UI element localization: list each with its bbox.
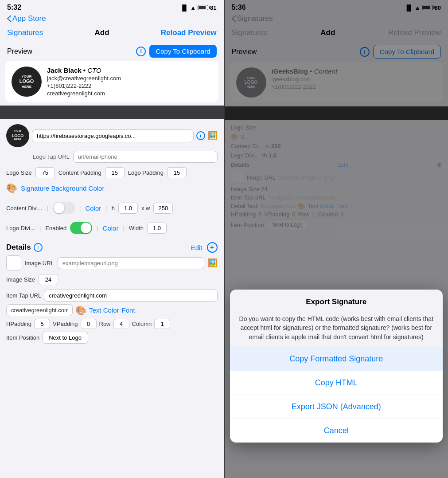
copy-formatted-btn[interactable]: Copy Formatted Signature	[230, 347, 443, 371]
cancel-btn[interactable]: Cancel	[230, 419, 443, 443]
preview-label-left: Preview	[7, 47, 32, 55]
back-link-right[interactable]: Signatures	[232, 14, 441, 23]
logo-div-width-label: Width	[129, 225, 144, 231]
size-row: Logo Size Content Padding Logo Padding	[6, 167, 218, 178]
details-info-icon[interactable]: i	[34, 243, 43, 252]
info-icon-left[interactable]: i	[136, 47, 146, 56]
edit-link[interactable]: Edit	[191, 244, 203, 251]
status-icons-right: ▐▌ ▲ 80	[405, 4, 441, 11]
signal-icon: ▐▌	[180, 4, 188, 11]
image-upload-icon[interactable]: 🖼️	[208, 131, 218, 141]
battery-fill	[199, 6, 206, 9]
content-div-toggle[interactable]	[53, 202, 75, 214]
row-input[interactable]	[113, 319, 129, 329]
content-padding-input[interactable]	[105, 167, 125, 178]
row-label: Row	[99, 321, 111, 327]
nav-signatures-right[interactable]: Signatures	[232, 28, 268, 37]
image-url-row: Image URL 🖼️	[6, 255, 218, 270]
signature-card-right: YOUR LOGO HERE iGeeksBlog • Content igee…	[230, 62, 443, 103]
dark-spacer-right	[225, 106, 448, 120]
time-left: 5:32	[7, 4, 21, 12]
column-input[interactable]	[154, 319, 170, 329]
detail-text-input[interactable]	[6, 304, 73, 316]
logo-div-width-input[interactable]	[147, 223, 167, 234]
export-json-btn[interactable]: Export JSON (Advanced)	[230, 395, 443, 419]
column-label: Column	[132, 321, 152, 327]
padding-row: HPadding VPadding Row Column	[6, 319, 218, 329]
sig-email: jack@creativegreenlight.com	[47, 75, 212, 82]
modal-header: Export Signature	[230, 290, 443, 314]
bg-color-link[interactable]: Signature Background Color	[21, 184, 104, 192]
logo-size-label: Logo Size	[6, 169, 32, 176]
image-url-upload-icon[interactable]: 🖼️	[208, 258, 218, 268]
logo-url-input[interactable]	[32, 129, 194, 142]
sig-phone: +1(801)222-2222	[47, 82, 212, 89]
content-h-input[interactable]	[118, 203, 138, 214]
logo-size-label-right: Logo Size	[231, 124, 257, 131]
status-bar-right: 5:36 ▐▌ ▲ 80	[225, 0, 448, 13]
dark-spacer-left	[0, 106, 224, 119]
battery-pct: 81	[210, 4, 216, 11]
position-btn[interactable]: Next to Logo	[42, 332, 88, 344]
vpadding-label: VPadding	[53, 321, 78, 327]
logo-size-input[interactable]	[35, 167, 55, 178]
detail-text-row: 🎨 Text Color Font	[6, 304, 218, 316]
content-divider-row: Content Divi... | | Color | h x w	[6, 198, 218, 218]
left-phone-panel: 5:32 ▐▌ ▲ 81 App Store Signatures Add Re…	[0, 0, 224, 478]
font-link[interactable]: Font	[122, 306, 135, 314]
copy-clipboard-btn-left[interactable]: Copy To Clipboard	[149, 45, 216, 58]
back-link-left[interactable]: App Store	[7, 14, 217, 23]
item-tap-url-row: Item Tap URL	[6, 290, 218, 302]
nav-reload-left[interactable]: Reload Preview	[161, 28, 217, 37]
preview-actions-right: i Copy To Clipboard	[360, 45, 441, 59]
image-url-input[interactable]	[58, 257, 204, 269]
battery-icon-left	[198, 5, 208, 10]
logo-padding-input[interactable]	[167, 167, 187, 178]
tap-url-row: Logo Tap URL	[33, 151, 218, 163]
info-icon-url[interactable]: i	[196, 131, 205, 140]
text-color-link[interactable]: Text Color	[89, 306, 119, 314]
sig-name-left: Jack Black • CTO	[47, 67, 212, 74]
status-icons-left: ▐▌ ▲ 81	[180, 4, 217, 11]
sig-phone-right: +1(801)222-2222	[272, 83, 437, 90]
content-w-input[interactable]	[153, 203, 173, 214]
nav-bar-right: Signatures Add Reload Preview	[225, 26, 448, 41]
signature-card-left: YOUR LOGO HERE Jack Black • CTO jack@cre…	[5, 61, 218, 102]
tap-url-input[interactable]	[73, 151, 218, 163]
content-h-label: h	[112, 205, 115, 212]
info-icon-right[interactable]: i	[360, 47, 370, 57]
content-w-label: x w	[141, 205, 150, 212]
time-right: 5:36	[232, 4, 246, 12]
hpadding-input[interactable]	[34, 319, 50, 329]
nav-signatures-left[interactable]: Signatures	[7, 28, 43, 37]
back-bar-left: App Store	[0, 13, 224, 26]
position-row: Item Position Next to Logo	[6, 332, 218, 344]
modal-body: Do you want to copy the HTML code (works…	[230, 314, 443, 347]
item-position-label: Item Position	[6, 334, 39, 341]
content-padding-label: Content Padding	[58, 169, 101, 176]
sig-info-right: iGeeksBlog • Content igeeksblog.con +1(8…	[272, 67, 437, 90]
content-div-color[interactable]: Color	[85, 204, 101, 212]
content-div-label: Content Divi...	[6, 205, 43, 212]
logo-div-toggle[interactable]	[70, 222, 92, 234]
image-size-label: Image Size	[6, 276, 35, 283]
nav-reload-right[interactable]: Reload Preview	[388, 28, 441, 37]
sig-website: creativegreenlight.com	[47, 90, 212, 97]
details-left: Details i	[6, 243, 43, 252]
nav-title-left: Add	[95, 28, 109, 37]
add-detail-btn[interactable]: +	[207, 242, 218, 253]
logo-div-color[interactable]: Color	[103, 224, 119, 232]
logo-circle-left: YOUR LOGO HERE	[12, 67, 42, 97]
preview-label-right: Preview	[232, 48, 257, 56]
details-right: Edit +	[191, 242, 218, 253]
copy-html-btn[interactable]: Copy HTML	[230, 371, 443, 395]
details-title: Details	[6, 243, 31, 252]
image-url-label: Image URL	[25, 260, 54, 266]
vpadding-input[interactable]	[81, 319, 97, 329]
battery-fill-right	[423, 6, 430, 9]
signal-icon-right: ▐▌	[405, 4, 413, 11]
item-tap-url-input[interactable]	[44, 290, 217, 302]
image-size-input[interactable]	[39, 274, 58, 285]
battery-pct-right: 80	[435, 4, 441, 11]
copy-clipboard-btn-right[interactable]: Copy To Clipboard	[373, 45, 441, 59]
